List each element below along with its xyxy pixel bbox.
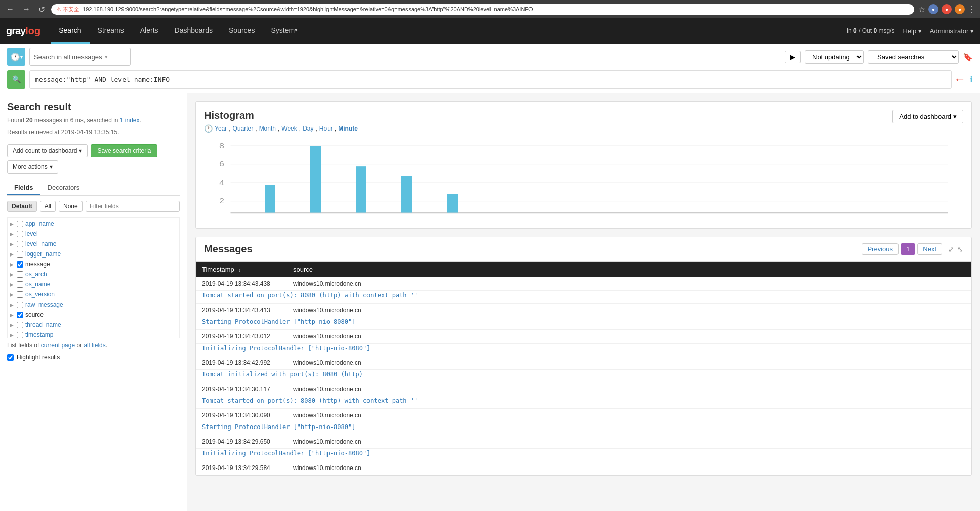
time-week[interactable]: Week: [281, 125, 297, 132]
field-checkbox-os-version[interactable]: [17, 291, 23, 298]
time-month[interactable]: Month: [259, 125, 276, 132]
field-app-name[interactable]: ▶ app_name: [9, 219, 178, 229]
prev-page-button[interactable]: Previous: [862, 243, 899, 255]
clock-icon: 🕐: [10, 52, 20, 62]
expand-icon: ▶: [10, 272, 15, 277]
nav-sources[interactable]: Sources: [221, 18, 263, 44]
field-label-os-name: os_name: [25, 281, 50, 288]
field-level[interactable]: ▶ level: [9, 229, 178, 239]
current-page-link[interactable]: current page: [41, 342, 75, 349]
next-page-button[interactable]: Next: [917, 243, 942, 255]
field-thread-name[interactable]: ▶ thread_name: [9, 320, 178, 330]
field-os-arch[interactable]: ▶ os_arch: [9, 269, 178, 279]
svg-rect-10: [310, 146, 321, 213]
add-to-dashboard-button[interactable]: Add to dashboard ▾: [892, 110, 963, 123]
msg-timestamp-5: 2019-04-19 13:34:30.117: [196, 382, 287, 396]
fields-list: ▶ app_name ▶ level ▶ level_name ▶ logger…: [7, 217, 180, 338]
menu-icon[interactable]: ⋮: [968, 5, 976, 14]
field-checkbox-logger-name[interactable]: [17, 251, 23, 258]
filter-all-button[interactable]: All: [40, 201, 56, 212]
search-time: 6: [70, 117, 74, 124]
dropdown-arrow-icon: ▾: [105, 54, 108, 60]
search-execute-button[interactable]: 🔍: [7, 70, 25, 89]
extension-icon-3: ●: [955, 4, 965, 14]
expand-icon-2[interactable]: ⤡: [957, 245, 963, 253]
nav-search[interactable]: Search: [51, 18, 89, 44]
search-type-button[interactable]: 🕐 ▾: [7, 48, 25, 66]
expand-icon: ▶: [10, 332, 15, 338]
histogram-title: Histogram: [204, 110, 358, 121]
field-checkbox-source[interactable]: [17, 312, 23, 318]
sort-icon[interactable]: ↕: [238, 267, 241, 273]
tab-fields[interactable]: Fields: [7, 181, 40, 195]
field-checkbox-thread-name[interactable]: [17, 322, 23, 328]
expand-icon-1[interactable]: ⤢: [948, 245, 954, 253]
field-source[interactable]: ▶ source: [9, 310, 178, 320]
extension-icon-1: ●: [928, 4, 938, 14]
more-actions-button[interactable]: More actions ▾: [7, 160, 58, 174]
msg-text-2[interactable]: Starting ProtocolHandler ["http-nio-8080…: [196, 317, 971, 330]
time-day[interactable]: Day: [303, 125, 313, 132]
play-button[interactable]: ▶: [785, 51, 801, 63]
index-link[interactable]: 1 index: [120, 117, 140, 124]
tab-decorators[interactable]: Decorators: [40, 181, 87, 195]
search-type-dropdown[interactable]: Search in all messages ▾: [29, 48, 131, 66]
more-actions-label: More actions: [13, 163, 48, 171]
time-minute[interactable]: Minute: [338, 125, 358, 132]
bookmark-star-icon[interactable]: ☆: [918, 5, 925, 14]
field-level-name[interactable]: ▶ level_name: [9, 239, 178, 249]
field-timestamp[interactable]: ▶ timestamp: [9, 330, 178, 338]
filter-fields-input[interactable]: [86, 201, 180, 212]
msg-text-3[interactable]: Initializing ProtocolHandler ["http-nio-…: [196, 344, 971, 356]
table-body: 2019-04-19 13:34:43.438 windows10.microd…: [196, 277, 971, 475]
filter-none-button[interactable]: None: [59, 201, 83, 212]
field-label-level: level: [25, 230, 38, 237]
nav-alerts[interactable]: Alerts: [132, 18, 167, 44]
saved-searches-dropdown[interactable]: Saved searches: [868, 50, 959, 64]
highlight-checkbox[interactable]: [7, 354, 14, 361]
field-checkbox-os-name[interactable]: [17, 281, 23, 288]
msg-text-7[interactable]: Initializing ProtocolHandler ["http-nio-…: [196, 449, 971, 461]
field-checkbox-timestamp[interactable]: [17, 332, 23, 338]
reload-button[interactable]: ↺: [36, 4, 47, 15]
field-checkbox-app-name[interactable]: [17, 221, 23, 227]
time-hour[interactable]: Hour: [319, 125, 333, 132]
msg-text-4[interactable]: Tomcat initialized with port(s): 8080 (h…: [196, 370, 971, 382]
field-checkbox-level[interactable]: [17, 231, 23, 237]
search-query-input[interactable]: [29, 70, 952, 89]
message-stats: In 0 / Out 0 msg/s: [847, 27, 895, 34]
field-checkbox-raw-message[interactable]: [17, 302, 23, 308]
nav-system[interactable]: System: [263, 18, 306, 44]
admin-link[interactable]: Administrator ▾: [930, 27, 974, 35]
forward-button[interactable]: →: [20, 4, 32, 15]
field-os-version[interactable]: ▶ os_version: [9, 289, 178, 300]
msg-text-1[interactable]: Tomcat started on port(s): 8080 (http) w…: [196, 291, 971, 304]
field-checkbox-os-arch[interactable]: [17, 271, 23, 278]
table-row-msg: Initializing ProtocolHandler ["http-nio-…: [196, 344, 971, 356]
add-count-to-dashboard-button[interactable]: Add count to dashboard ▾: [7, 144, 88, 157]
save-search-criteria-button[interactable]: Save search criteria: [91, 144, 157, 157]
time-period-links: 🕐 Year, Quarter, Month, Week, Day, Hour,…: [204, 124, 358, 133]
field-message[interactable]: ▶ message: [9, 259, 178, 269]
address-bar[interactable]: ⚠ 不安全 192.168.190.129:9000/search?ranget…: [51, 4, 914, 15]
field-checkbox-level-name[interactable]: [17, 241, 23, 247]
nav-dashboards[interactable]: Dashboards: [167, 18, 221, 44]
field-os-name[interactable]: ▶ os_name: [9, 279, 178, 289]
histogram-chart: 8 6 4 2: [204, 138, 963, 219]
nav-streams[interactable]: Streams: [90, 18, 132, 44]
field-checkbox-message[interactable]: [17, 261, 23, 268]
back-button[interactable]: ←: [4, 4, 16, 15]
msg-text-5[interactable]: Tomcat started on port(s): 8080 (http) w…: [196, 396, 971, 409]
field-logger-name[interactable]: ▶ logger_name: [9, 249, 178, 259]
all-fields-link[interactable]: all fields: [84, 342, 105, 349]
msg-text-6[interactable]: Starting ProtocolHandler ["http-nio-8080…: [196, 422, 971, 435]
updating-dropdown[interactable]: Not updating: [805, 50, 864, 64]
time-quarter[interactable]: Quarter: [233, 125, 254, 132]
filter-default-button[interactable]: Default: [7, 201, 37, 212]
expand-icons: ⤢ ⤡: [948, 245, 963, 253]
field-label-level-name: level_name: [25, 240, 56, 247]
time-year[interactable]: Year: [215, 125, 227, 132]
page-1-button[interactable]: 1: [901, 243, 915, 255]
help-link[interactable]: Help ▾: [903, 27, 921, 35]
field-raw-message[interactable]: ▶ raw_message: [9, 300, 178, 310]
